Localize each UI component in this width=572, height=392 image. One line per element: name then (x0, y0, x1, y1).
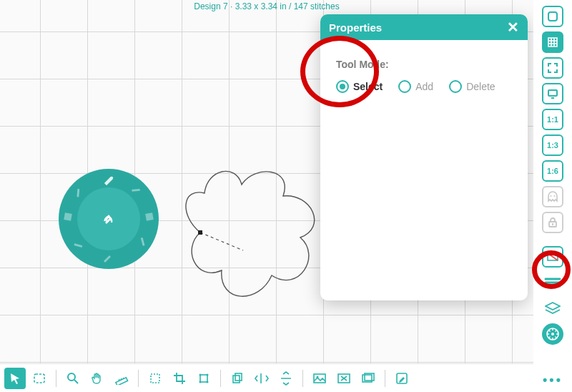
side-fit-screen[interactable] (542, 57, 563, 79)
side-layers-icon[interactable] (542, 298, 563, 319)
properties-panel: Properties ✕ Tool Mode: Select Add Delet… (320, 14, 528, 300)
wheel-icon-3[interactable] (142, 210, 157, 225)
side-outline-box[interactable] (542, 6, 563, 27)
edit-tool[interactable] (391, 368, 413, 389)
svg-rect-11 (34, 374, 44, 383)
radio-dot-icon (398, 80, 411, 93)
duplicate-tool[interactable] (227, 368, 248, 389)
radio-dot-icon (449, 80, 462, 93)
cursor-tool[interactable] (4, 368, 26, 389)
svg-rect-15 (200, 375, 207, 382)
hand-tool[interactable] (87, 368, 108, 389)
svg-point-5 (551, 195, 552, 197)
radio-select[interactable]: Select (336, 80, 383, 93)
svg-point-12 (68, 373, 75, 381)
close-icon[interactable]: ✕ (507, 20, 519, 34)
wheel-icon-9[interactable] (61, 210, 76, 225)
marquee-tool[interactable] (144, 368, 166, 389)
properties-title: Properties (329, 21, 382, 34)
wheel-icon-10[interactable] (70, 182, 88, 200)
side-lines-icon[interactable] (542, 272, 563, 293)
svg-rect-4 (548, 90, 557, 96)
svg-point-19 (207, 381, 209, 383)
tool-mode-label: Tool Mode: (336, 59, 512, 70)
ruler-tool[interactable] (111, 368, 132, 389)
svg-point-18 (199, 381, 202, 383)
bottom-toolbar (0, 363, 533, 392)
svg-point-10 (551, 333, 554, 335)
design-info-text: Design 7 · 3.33 x 3.34 in / 147 stitches (0, 0, 533, 11)
side-lock-icon[interactable] (542, 212, 563, 233)
side-wheel-icon[interactable] (542, 323, 563, 345)
toolbar-divider (302, 370, 303, 387)
artwork-outline (179, 143, 329, 308)
svg-rect-3 (548, 12, 557, 21)
tool-mode-radio-group: Select Add Delete (336, 80, 512, 93)
svg-rect-14 (151, 374, 159, 383)
crop-tool[interactable] (169, 368, 190, 389)
side-swatch-icon[interactable] (542, 246, 563, 268)
toolbar-divider (220, 370, 221, 387)
side-ghost-icon[interactable] (542, 186, 563, 207)
side-more-icon[interactable]: ••• (543, 373, 563, 388)
properties-header: Properties ✕ (320, 14, 528, 40)
flip-h-tool[interactable] (251, 368, 272, 389)
toolbar-divider (385, 370, 385, 387)
flip-v-tool[interactable] (275, 368, 297, 389)
image-tool[interactable] (309, 368, 330, 389)
svg-point-17 (207, 373, 209, 376)
svg-rect-22 (314, 374, 325, 383)
svg-rect-1 (145, 212, 154, 221)
wheel-icon-6[interactable] (103, 252, 116, 265)
radio-delete[interactable]: Delete (449, 80, 495, 93)
transform-tool[interactable] (193, 368, 214, 389)
lasso-tool[interactable] (29, 368, 50, 389)
wheel-icon-8[interactable] (68, 235, 86, 253)
toolbar-divider (138, 370, 139, 387)
side-zoom-1-3[interactable]: 1:3 (542, 134, 563, 156)
side-zoom-1-1[interactable]: 1:1 (542, 109, 563, 130)
side-monitor[interactable] (542, 83, 563, 104)
image-x-tool[interactable] (333, 368, 355, 389)
wheel-icon-2[interactable] (129, 182, 147, 200)
image-stack-tool[interactable] (358, 368, 379, 389)
svg-rect-2 (64, 212, 72, 221)
radio-label: Delete (466, 81, 495, 92)
radio-label: Add (415, 81, 433, 92)
svg-rect-0 (198, 230, 202, 235)
radio-label: Select (353, 81, 383, 92)
wheel-icon-12[interactable] (102, 173, 115, 186)
svg-rect-21 (235, 373, 242, 381)
curve-icon[interactable] (103, 214, 114, 224)
tool-wheel[interactable] (59, 169, 159, 269)
radio-dot-icon (336, 80, 349, 93)
svg-point-6 (554, 195, 556, 197)
svg-point-16 (199, 373, 202, 376)
zoom-tool[interactable] (62, 368, 84, 389)
radio-add[interactable]: Add (398, 80, 433, 93)
wheel-center (93, 203, 124, 235)
side-grid[interactable] (542, 31, 563, 53)
side-zoom-1-6[interactable]: 1:6 (542, 160, 563, 182)
right-toolbar: 1:1 1:3 1:6 ••• (533, 0, 572, 392)
svg-rect-20 (233, 376, 240, 383)
toolbar-divider (56, 370, 56, 387)
